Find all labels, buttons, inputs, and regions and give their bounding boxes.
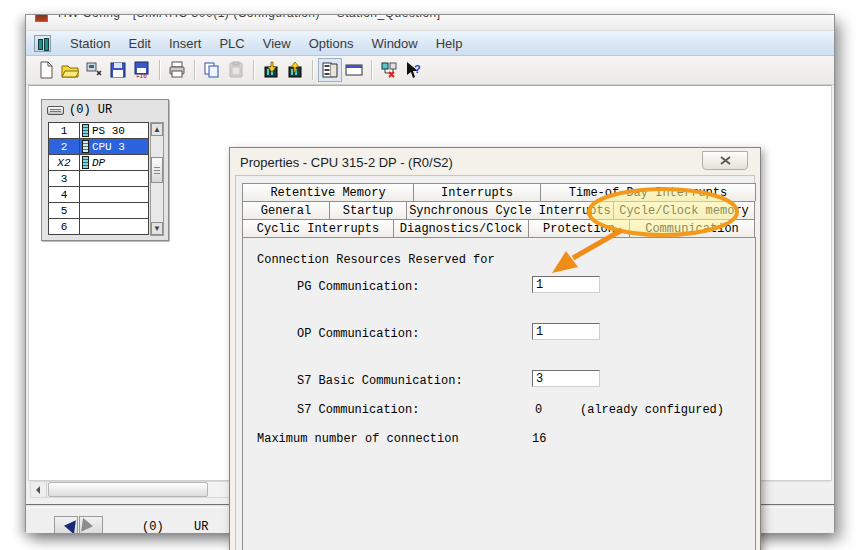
rack-scrollbar[interactable]: ▲ ▼ [150, 122, 164, 236]
rack-row-4[interactable]: 4 [49, 187, 149, 203]
toolbar-separator [194, 60, 195, 80]
svg-text:?: ? [414, 63, 421, 75]
help-select-icon[interactable]: ? [401, 58, 425, 82]
empty-slot[interactable] [79, 203, 148, 219]
menu-window[interactable]: Window [362, 33, 426, 54]
save-station-icon[interactable] [82, 58, 106, 82]
communication-tab-page: Connection Resources Reserved for PG Com… [242, 237, 756, 550]
hw-config-window: HW Config - [SIMATIC 300(1) (Configurati… [25, 14, 835, 532]
tab-synchronous-cycle-interrupts[interactable]: Synchronous Cycle Interrupts [406, 201, 614, 219]
forward-arrow-icon [81, 518, 101, 533]
pg-communication-label: PG Communication: [297, 280, 419, 294]
open-station-icon[interactable] [58, 58, 82, 82]
station-document-icon[interactable] [34, 35, 51, 52]
scroll-down-icon[interactable]: ▼ [151, 222, 163, 235]
rack-scrollbar-thumb[interactable] [151, 157, 163, 183]
paste-icon[interactable] [224, 58, 248, 82]
tab-communication[interactable]: Communication [629, 219, 755, 237]
tab-cyclic-interrupts[interactable]: Cyclic Interrupts [242, 219, 394, 237]
menu-edit[interactable]: Edit [119, 33, 159, 54]
slot-number[interactable]: 5 [49, 203, 80, 219]
module-name[interactable]: DP [92, 157, 105, 169]
download-to-module-icon[interactable] [259, 58, 283, 82]
close-button[interactable] [702, 151, 748, 170]
toolbar-separator [159, 60, 160, 80]
scroll-up-icon[interactable]: ▲ [151, 123, 163, 136]
scroll-left-icon[interactable] [31, 482, 47, 497]
op-communication-input[interactable] [532, 323, 600, 340]
menu-station[interactable]: Station [61, 33, 119, 54]
tab-diagnostics-clock[interactable]: Diagnostics/Clock [393, 219, 529, 237]
window-titlebar: HW Config - [SIMATIC 300(1) (Configurati… [26, 15, 834, 31]
slot-number[interactable]: 6 [49, 219, 80, 235]
slot-number[interactable]: 4 [49, 187, 80, 203]
already-configured-note: (already configured) [580, 403, 724, 417]
back-arrow-icon [56, 518, 76, 533]
s7-basic-communication-input[interactable] [532, 370, 600, 387]
configuration-table-icon[interactable] [342, 58, 366, 82]
toolbar-separator [253, 60, 254, 80]
rack-row-2-selected[interactable]: 2 CPU 3 [49, 139, 149, 155]
tab-general[interactable]: General [242, 201, 330, 219]
tab-retentive-memory[interactable]: Retentive Memory [242, 183, 414, 201]
save-icon[interactable] [106, 58, 130, 82]
module-name[interactable]: CPU 3 [92, 141, 125, 153]
copy-icon[interactable] [200, 58, 224, 82]
print-icon[interactable] [165, 58, 189, 82]
op-communication-label: OP Communication: [297, 327, 419, 341]
rack-row-6[interactable]: 6 [49, 219, 149, 235]
rack-icon [47, 106, 64, 115]
tab-startup[interactable]: Startup [329, 201, 407, 219]
dialog-tabstrip: Retentive Memory Interrupts Time-of-Day … [242, 183, 756, 237]
slot-number[interactable]: X2 [49, 155, 80, 171]
empty-slot[interactable] [79, 187, 148, 203]
horizontal-scrollbar[interactable] [30, 481, 230, 498]
catalog-icon[interactable] [318, 58, 342, 82]
previous-rack-button[interactable] [54, 516, 78, 533]
menu-help[interactable]: Help [427, 33, 472, 54]
rack-header-label: (0) UR [69, 103, 112, 117]
properties-dialog: Properties - CPU 315-2 DP - (R0/S2) Rete… [229, 147, 761, 550]
module-icon [82, 156, 89, 169]
empty-slot[interactable] [79, 219, 148, 235]
new-station-icon[interactable] [34, 58, 58, 82]
tab-interrupts[interactable]: Interrupts [413, 183, 541, 201]
pg-communication-input[interactable] [532, 276, 600, 293]
toolbar-separator [371, 60, 372, 80]
rack-panel[interactable]: (0) UR 1 PS 30 2 CPU 3 X2 DP 3 [41, 99, 169, 241]
s7-communication-value: 0 [535, 403, 542, 417]
slot-number[interactable]: 2 [49, 139, 80, 155]
toolbar-separator [312, 60, 313, 80]
empty-slot[interactable] [79, 171, 148, 187]
tab-protection[interactable]: Protection [528, 219, 630, 237]
tab-time-of-day-interrupts[interactable]: Time-of-Day Interrupts [540, 183, 756, 201]
max-connections-value: 16 [532, 432, 546, 446]
menu-bar: Station Edit Insert PLC View Options Win… [26, 31, 834, 56]
rack-row-x2[interactable]: X2 DP [49, 155, 149, 171]
save-and-compile-icon[interactable]: +10 [130, 58, 154, 82]
lower-rack-name: UR [194, 520, 208, 533]
menu-options[interactable]: Options [300, 33, 363, 54]
svg-text:+10: +10 [136, 72, 147, 79]
slot-number[interactable]: 1 [49, 123, 80, 139]
module-name[interactable]: PS 30 [92, 125, 125, 137]
rack-row-3[interactable]: 3 [49, 171, 149, 187]
dialog-titlebar[interactable]: Properties - CPU 315-2 DP - (R0/S2) [230, 148, 760, 175]
menu-view[interactable]: View [254, 33, 300, 54]
slot-number[interactable]: 3 [49, 171, 80, 187]
horizontal-scrollbar-thumb[interactable] [48, 482, 208, 497]
rack-row-1[interactable]: 1 PS 30 [49, 123, 149, 139]
tab-cycle-clock-memory[interactable]: Cycle/Clock memory [613, 201, 755, 219]
lower-rack-number: (0) [142, 520, 164, 533]
s7-communication-label: S7 Communication: [297, 403, 419, 417]
menu-insert[interactable]: Insert [160, 33, 211, 54]
module-icon [82, 140, 89, 153]
upload-from-module-icon[interactable] [283, 58, 307, 82]
dialog-title: Properties - CPU 315-2 DP - (R0/S2) [240, 155, 453, 170]
next-rack-button[interactable] [79, 516, 103, 533]
module-icon [82, 124, 89, 137]
menu-plc[interactable]: PLC [210, 33, 253, 54]
rack-row-5[interactable]: 5 [49, 203, 149, 219]
network-connections-icon[interactable] [377, 58, 401, 82]
app-icon [35, 15, 48, 22]
